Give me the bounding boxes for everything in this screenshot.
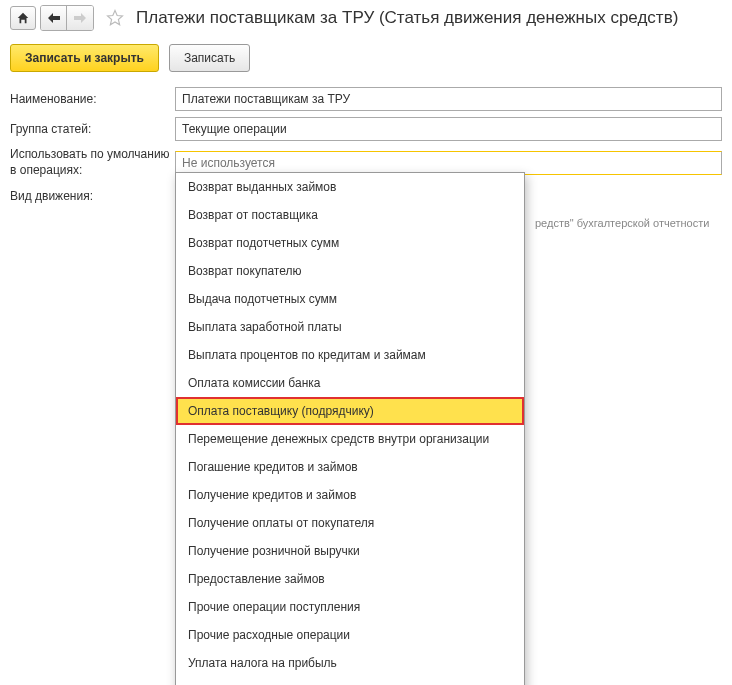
- dropdown-item[interactable]: Получение оплаты от покупателя: [176, 509, 524, 537]
- dropdown-item[interactable]: Предоставление займов: [176, 565, 524, 593]
- dropdown-item[interactable]: Прочие операции поступления: [176, 593, 524, 621]
- movement-label: Вид движения:: [10, 189, 175, 203]
- forward-button: [67, 6, 93, 30]
- dropdown-item[interactable]: Уплата налогов и сборов, кроме налога на…: [176, 677, 524, 685]
- name-label: Наименование:: [10, 92, 175, 106]
- report-hint: редств" бухгалтерской отчетности: [535, 217, 709, 229]
- dropdown-item[interactable]: Возврат покупателю: [176, 257, 524, 285]
- star-icon[interactable]: [104, 7, 126, 29]
- nav-group: [40, 5, 94, 31]
- operations-dropdown: Возврат выданных займовВозврат от постав…: [175, 172, 525, 685]
- save-button[interactable]: Записать: [169, 44, 250, 72]
- home-button[interactable]: [10, 6, 36, 30]
- dropdown-item[interactable]: Выплата процентов по кредитам и займам: [176, 341, 524, 369]
- dropdown-item[interactable]: Выплата заработной платы: [176, 313, 524, 341]
- dropdown-item[interactable]: Получение кредитов и займов: [176, 481, 524, 509]
- name-input[interactable]: [175, 87, 722, 111]
- default-ops-label: Использовать по умолчанию в операциях:: [10, 147, 175, 178]
- dropdown-item[interactable]: Возврат подотчетных сумм: [176, 229, 524, 257]
- dropdown-item[interactable]: Уплата налога на прибыль: [176, 649, 524, 677]
- dropdown-item[interactable]: Оплата комиссии банка: [176, 369, 524, 397]
- dropdown-item[interactable]: Возврат выданных займов: [176, 173, 524, 201]
- back-button[interactable]: [41, 6, 67, 30]
- save-close-button[interactable]: Записать и закрыть: [10, 44, 159, 72]
- group-label: Группа статей:: [10, 122, 175, 136]
- dropdown-item[interactable]: Оплата поставщику (подрядчику): [176, 397, 524, 425]
- default-ops-input[interactable]: [175, 151, 722, 175]
- dropdown-item[interactable]: Погашение кредитов и займов: [176, 453, 524, 481]
- dropdown-item[interactable]: Выдача подотчетных сумм: [176, 285, 524, 313]
- dropdown-item[interactable]: Прочие расходные операции: [176, 621, 524, 649]
- dropdown-item[interactable]: Получение розничной выручки: [176, 537, 524, 565]
- dropdown-item[interactable]: Возврат от поставщика: [176, 201, 524, 229]
- page-title: Платежи поставщикам за ТРУ (Статья движе…: [136, 8, 678, 28]
- dropdown-item[interactable]: Перемещение денежных средств внутри орга…: [176, 425, 524, 453]
- group-input[interactable]: [175, 117, 722, 141]
